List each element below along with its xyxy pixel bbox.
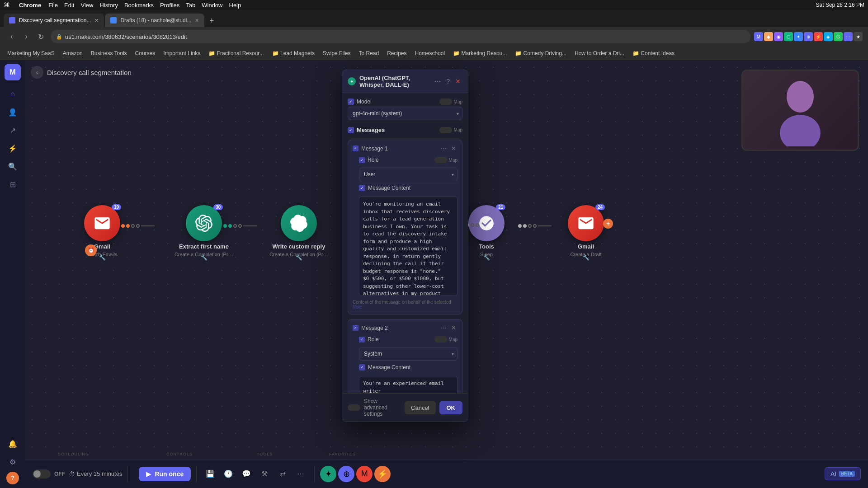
msg2-more-btn[interactable]: ⋯ xyxy=(439,324,448,332)
scheduling-toggle[interactable] xyxy=(33,469,51,479)
menu-file[interactable]: File xyxy=(48,2,58,9)
sidebar-home[interactable]: ⌂ xyxy=(5,86,21,102)
ext-profile[interactable]: ★ xyxy=(854,32,863,41)
sidebar-notifications[interactable]: 🔔 xyxy=(5,436,21,452)
menu-window[interactable]: Window xyxy=(202,2,222,9)
bookmark-business[interactable]: Business Tools xyxy=(87,49,131,58)
save-btn[interactable]: 💾 xyxy=(202,466,218,482)
model-select[interactable]: gpt-4o-mini (system) xyxy=(348,107,462,120)
menu-help[interactable]: Help xyxy=(229,2,241,9)
sidebar-plugins[interactable]: ⚡ xyxy=(5,140,21,156)
cancel-button[interactable]: Cancel xyxy=(405,401,435,414)
arrows-btn[interactable]: ⇄ xyxy=(274,466,291,482)
ok-button[interactable]: OK xyxy=(439,401,463,414)
history-btn[interactable]: 🕐 xyxy=(220,466,236,482)
more-btn[interactable]: ⋯ xyxy=(292,466,309,482)
ext-5[interactable]: ✦ xyxy=(794,32,803,41)
model-toggle[interactable] xyxy=(439,99,452,105)
tab-1-close[interactable]: ✕ xyxy=(94,18,99,23)
bookmark-homeschool[interactable]: Homeschool xyxy=(411,49,449,58)
sidebar-settings[interactable]: ⚙ xyxy=(5,454,21,470)
bookmark-content[interactable]: 📁 Content Ideas xyxy=(629,49,678,58)
menu-edit[interactable]: Edit xyxy=(64,2,74,9)
messages-toggle[interactable] xyxy=(439,127,452,133)
menu-history[interactable]: History xyxy=(99,2,118,9)
msg2-role-select[interactable]: System User Assistant xyxy=(359,347,458,361)
bookmark-mktresources[interactable]: 📁 Marketing Resou... xyxy=(449,49,510,58)
bookmark-amazon[interactable]: Amazon xyxy=(59,49,86,58)
node-customreply[interactable]: Write custom reply Create a Completion (… xyxy=(269,205,328,257)
url-bar[interactable]: 🔒 us1.make.com/380632/scenarios/3082013/… xyxy=(51,30,750,43)
msg2-content-row: Message Content xyxy=(359,364,458,371)
fav-gmail-icon[interactable]: M xyxy=(356,466,373,482)
reload-button[interactable]: ↻ xyxy=(34,30,47,43)
bookmark-recipes[interactable]: Recipes xyxy=(383,49,410,58)
msg2-role-toggle[interactable] xyxy=(434,336,447,343)
modal-settings-btn[interactable]: ⋯ xyxy=(433,77,443,86)
model-field-row: Model Map xyxy=(348,99,462,105)
msg2-textarea[interactable]: You're an experienced email writer xyxy=(359,376,458,393)
bookmark-important[interactable]: Important Links xyxy=(160,49,204,58)
node-extract[interactable]: 30 Extract first name Create a Completio… xyxy=(175,205,233,257)
sidebar-help[interactable]: ? xyxy=(6,472,19,484)
msg1-role-select[interactable]: User System Assistant xyxy=(359,168,458,181)
ext-4[interactable]: ⬡ xyxy=(784,32,793,41)
ext-8[interactable]: ◈ xyxy=(824,32,833,41)
forward-button[interactable]: › xyxy=(20,30,33,43)
fav-make-icon[interactable]: ⊕ xyxy=(338,466,354,482)
bookmark-courses[interactable]: Courses xyxy=(132,49,159,58)
sidebar-search[interactable]: 🔍 xyxy=(5,158,21,174)
bookmark-marketing[interactable]: Marketing My SaaS xyxy=(4,49,58,58)
msg2-close-btn[interactable]: ✕ xyxy=(450,324,458,332)
msg1-role-toggle[interactable] xyxy=(434,157,447,163)
menu-bookmarks[interactable]: Bookmarks xyxy=(124,2,154,9)
ext-3[interactable]: ◉ xyxy=(774,32,783,41)
modal-help-btn[interactable]: ? xyxy=(444,77,452,86)
node-gmail1[interactable]: 19 ⏰ Gmail Watch Emails 🔧 xyxy=(84,205,120,257)
msg1-more-btn[interactable]: ⋯ xyxy=(439,145,448,152)
sidebar-templates[interactable]: ⊞ xyxy=(5,176,21,192)
back-button[interactable]: ‹ xyxy=(5,30,18,43)
tab-bar: Discovery call segmentation... ✕ Drafts … xyxy=(0,10,868,27)
ext-9[interactable]: G xyxy=(834,32,843,41)
new-tab-button[interactable]: + xyxy=(205,14,218,27)
tab-2-close[interactable]: ✕ xyxy=(195,18,199,23)
menu-view[interactable]: View xyxy=(80,2,93,9)
tab-1[interactable]: Discovery call segmentation... ✕ xyxy=(4,14,104,27)
run-once-button[interactable]: ▶ Run once xyxy=(139,467,191,481)
gmail2-add[interactable]: + xyxy=(603,219,613,229)
bookmark-comedy[interactable]: 📁 Comedy Driving... xyxy=(511,49,570,58)
tab-2[interactable]: Drafts (18) - nachole@studi... ✕ xyxy=(105,14,204,27)
ext-7[interactable]: ⚡ xyxy=(814,32,823,41)
ext-1[interactable]: M xyxy=(754,32,763,41)
ai-beta-button[interactable]: AI BETA xyxy=(825,467,861,480)
comment-btn[interactable]: 💬 xyxy=(238,466,255,482)
sidebar-share[interactable]: ↗ xyxy=(5,122,21,138)
node-tools[interactable]: 21 Tools Sleep 🔧 xyxy=(468,205,505,257)
bookmark-toread[interactable]: To Read xyxy=(355,49,382,58)
bookmark-fractional[interactable]: 📁 Fractional Resour... xyxy=(205,49,267,58)
bookmark-order[interactable]: How to Order a Dri... xyxy=(571,49,628,58)
menu-profiles[interactable]: Profiles xyxy=(160,2,179,9)
bookmark-swipe[interactable]: Swipe Files xyxy=(319,49,354,58)
msg2-role-map: Map xyxy=(434,336,458,343)
fav-openai-icon[interactable]: ✦ xyxy=(320,466,336,482)
sidebar-team[interactable]: 👤 xyxy=(5,104,21,120)
advanced-settings-toggle[interactable] xyxy=(348,404,360,411)
msg1-textarea[interactable]: You're monitoring an email inbox that re… xyxy=(359,197,458,296)
divider-2 xyxy=(196,466,197,482)
msg1-close-btn[interactable]: ✕ xyxy=(450,145,458,152)
ext-6[interactable]: ⊕ xyxy=(804,32,813,41)
conn2-dot4 xyxy=(238,224,242,228)
make-logo[interactable]: M xyxy=(5,64,21,80)
menu-tab[interactable]: Tab xyxy=(186,2,195,9)
fav-extra-icon[interactable]: ⚡ xyxy=(374,466,391,482)
msg1-checkbox xyxy=(353,145,359,151)
modal-close-btn[interactable]: ✕ xyxy=(453,77,462,86)
node-gmail2[interactable]: 24 Gmail Create a Draft 🔧 + xyxy=(568,205,604,257)
ext-10[interactable]: ⋯ xyxy=(844,32,853,41)
ext-2[interactable]: ◆ xyxy=(764,32,773,41)
back-button[interactable]: ‹ xyxy=(31,66,43,79)
tools-btn[interactable]: ⚒ xyxy=(256,466,273,482)
bookmark-lead[interactable]: 📁 Lead Magnets xyxy=(269,49,318,58)
